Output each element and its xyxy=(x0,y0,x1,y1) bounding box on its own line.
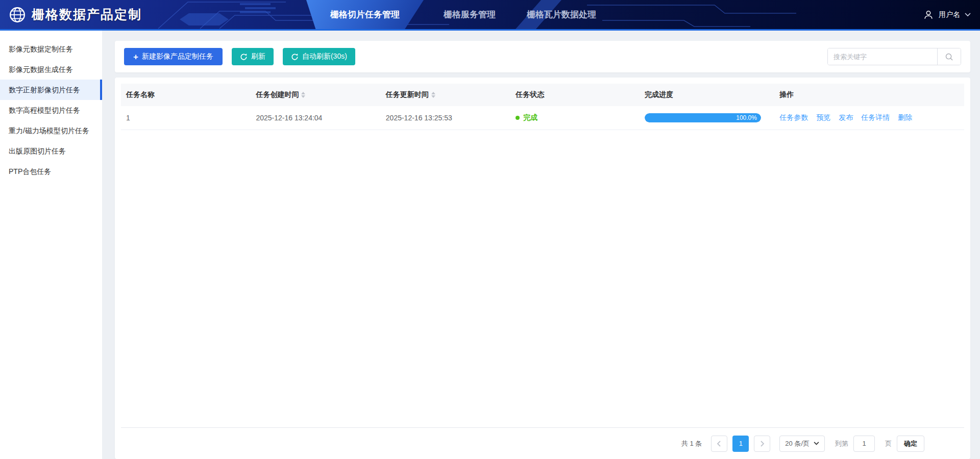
sidebar-item-publish-map-slice-task[interactable]: 出版原图切片任务 xyxy=(0,141,102,161)
column-header-created-time: 任务创建时间 xyxy=(251,84,380,106)
progress-percent-label: 100.0% xyxy=(736,114,761,121)
tab-raster-service-management[interactable]: 栅格服务管理 xyxy=(424,0,516,29)
auto-refresh-icon xyxy=(291,53,299,61)
app-logo-area: 栅格数据产品定制 xyxy=(8,0,142,29)
cell-task-name: 1 xyxy=(121,107,251,129)
sidebar-item-ptp-package-task[interactable]: PTP合包任务 xyxy=(0,161,102,182)
search-input[interactable] xyxy=(828,48,937,65)
sidebar-item-gravity-magnetic-slice-task[interactable]: 重力/磁力场模型切片任务 xyxy=(0,120,102,141)
tab-raster-slice-task-management[interactable]: 栅格切片任务管理 xyxy=(306,0,424,29)
action-preview[interactable]: 预览 xyxy=(816,113,830,122)
plus-icon: + xyxy=(133,53,138,61)
new-task-button-label: 新建影像产品定制任务 xyxy=(142,52,213,61)
chevron-left-icon xyxy=(717,441,722,447)
tab-raster-tile-data-processing[interactable]: 栅格瓦片数据处理 xyxy=(516,0,607,29)
cell-actions: 任务参数 预览 发布 任务详情 删除 xyxy=(774,106,964,130)
cell-task-status: 完成 xyxy=(510,106,640,130)
column-header-task-status: 任务状态 xyxy=(510,84,640,106)
goto-page-prefix: 到第 xyxy=(835,439,848,448)
cell-updated-time: 2025-12-16 13:25:53 xyxy=(381,107,510,129)
goto-page-input[interactable] xyxy=(853,436,875,452)
column-header-task-name: 任务名称 xyxy=(121,84,251,106)
page-size-value: 20 条/页 xyxy=(785,439,810,448)
toolbar-card: + 新建影像产品定制任务 刷新 自动刷新(30s) xyxy=(115,41,970,72)
refresh-button-label: 刷新 xyxy=(251,52,265,61)
cell-progress: 100.0% xyxy=(640,106,774,130)
column-header-actions: 操作 xyxy=(774,84,964,106)
pagination-page-1[interactable]: 1 xyxy=(732,436,749,452)
progress-bar: 100.0% xyxy=(645,113,761,122)
column-header-progress: 完成进度 xyxy=(640,84,774,106)
sidebar-item-dem-slice-task[interactable]: 数字高程模型切片任务 xyxy=(0,100,102,120)
search-button[interactable] xyxy=(937,48,961,65)
username-label: 用户名 xyxy=(939,10,960,19)
pagination-prev-button[interactable] xyxy=(711,436,727,452)
pagination-total: 共 1 条 xyxy=(681,439,702,448)
app-header: 栅格数据产品定制 栅格切片任务管理 栅格服务管理 栅格瓦片数据处理 用户名 xyxy=(0,0,980,31)
auto-refresh-button[interactable]: 自动刷新(30s) xyxy=(283,48,355,65)
goto-page-suffix: 页 xyxy=(885,439,892,448)
search-box xyxy=(827,48,961,65)
sort-created-time-icon[interactable] xyxy=(301,92,305,98)
action-publish[interactable]: 发布 xyxy=(839,113,853,122)
cell-created-time: 2025-12-16 13:24:04 xyxy=(251,107,380,129)
user-menu[interactable]: 用户名 xyxy=(923,0,971,29)
select-chevron-down-icon xyxy=(814,442,819,445)
search-icon xyxy=(945,53,953,61)
goto-confirm-button[interactable]: 确定 xyxy=(897,436,924,452)
user-icon xyxy=(923,9,934,20)
action-delete[interactable]: 删除 xyxy=(898,113,912,122)
action-task-detail[interactable]: 任务详情 xyxy=(861,113,890,122)
task-table-card: 任务名称 任务创建时间 任务更新时间 任务状态 完成进度 操作 1 2025-1… xyxy=(115,78,970,459)
new-task-button[interactable]: + 新建影像产品定制任务 xyxy=(124,48,223,65)
pagination-next-button[interactable] xyxy=(754,436,770,452)
table-header-row: 任务名称 任务创建时间 任务更新时间 任务状态 完成进度 操作 xyxy=(121,84,964,106)
status-text: 完成 xyxy=(523,113,537,122)
table-empty-space xyxy=(121,130,964,427)
pagination-bar: 共 1 条 1 20 条/页 到第 页 确定 xyxy=(121,427,964,459)
progress-bar-fill: 100.0% xyxy=(645,113,761,122)
sidebar: 影像元数据定制任务 影像元数据生成任务 数字正射影像切片任务 数字高程模型切片任… xyxy=(0,31,102,459)
app-title: 栅格数据产品定制 xyxy=(32,6,142,23)
sidebar-item-image-metadata-custom-task[interactable]: 影像元数据定制任务 xyxy=(0,39,102,59)
page-size-select[interactable]: 20 条/页 xyxy=(779,436,825,452)
refresh-icon xyxy=(240,53,248,61)
top-nav-tabs: 栅格切片任务管理 栅格服务管理 栅格瓦片数据处理 xyxy=(306,0,607,29)
main-content: + 新建影像产品定制任务 刷新 自动刷新(30s) xyxy=(102,31,980,459)
sort-updated-time-icon[interactable] xyxy=(431,92,435,98)
status-dot-icon xyxy=(516,116,520,120)
sidebar-item-image-metadata-generate-task[interactable]: 影像元数据生成任务 xyxy=(0,59,102,80)
globe-logo-icon xyxy=(8,6,27,24)
chevron-down-icon xyxy=(965,13,971,17)
chevron-right-icon xyxy=(760,441,765,447)
sidebar-item-digital-ortho-slice-task[interactable]: 数字正射影像切片任务 xyxy=(0,80,102,100)
column-header-updated-time: 任务更新时间 xyxy=(381,84,510,106)
table-row: 1 2025-12-16 13:24:04 2025-12-16 13:25:5… xyxy=(121,106,964,130)
action-task-params[interactable]: 任务参数 xyxy=(779,113,808,122)
auto-refresh-button-label: 自动刷新(30s) xyxy=(302,52,347,61)
refresh-button[interactable]: 刷新 xyxy=(232,48,274,65)
